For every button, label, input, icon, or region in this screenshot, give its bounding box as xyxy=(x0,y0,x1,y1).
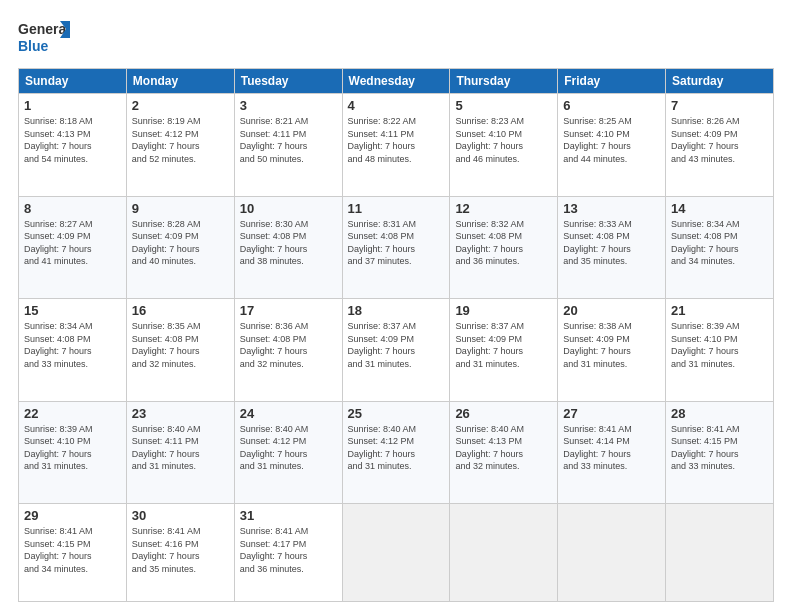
calendar-cell: 1Sunrise: 8:18 AM Sunset: 4:13 PM Daylig… xyxy=(19,94,127,197)
calendar-cell: 27Sunrise: 8:41 AM Sunset: 4:14 PM Dayli… xyxy=(558,401,666,504)
calendar-cell: 31Sunrise: 8:41 AM Sunset: 4:17 PM Dayli… xyxy=(234,504,342,602)
day-number: 16 xyxy=(132,303,229,318)
day-info: Sunrise: 8:28 AM Sunset: 4:09 PM Dayligh… xyxy=(132,218,229,268)
day-info: Sunrise: 8:41 AM Sunset: 4:15 PM Dayligh… xyxy=(671,423,768,473)
calendar-cell: 16Sunrise: 8:35 AM Sunset: 4:08 PM Dayli… xyxy=(126,299,234,402)
day-info: Sunrise: 8:41 AM Sunset: 4:14 PM Dayligh… xyxy=(563,423,660,473)
calendar-cell xyxy=(666,504,774,602)
day-info: Sunrise: 8:40 AM Sunset: 4:12 PM Dayligh… xyxy=(348,423,445,473)
logo: GeneralBlue xyxy=(18,18,73,58)
calendar-cell: 25Sunrise: 8:40 AM Sunset: 4:12 PM Dayli… xyxy=(342,401,450,504)
calendar-cell: 30Sunrise: 8:41 AM Sunset: 4:16 PM Dayli… xyxy=(126,504,234,602)
day-info: Sunrise: 8:35 AM Sunset: 4:08 PM Dayligh… xyxy=(132,320,229,370)
day-number: 26 xyxy=(455,406,552,421)
calendar-cell: 14Sunrise: 8:34 AM Sunset: 4:08 PM Dayli… xyxy=(666,196,774,299)
day-header-monday: Monday xyxy=(126,69,234,94)
day-number: 31 xyxy=(240,508,337,523)
calendar-table: SundayMondayTuesdayWednesdayThursdayFrid… xyxy=(18,68,774,602)
day-info: Sunrise: 8:38 AM Sunset: 4:09 PM Dayligh… xyxy=(563,320,660,370)
day-number: 25 xyxy=(348,406,445,421)
day-info: Sunrise: 8:34 AM Sunset: 4:08 PM Dayligh… xyxy=(24,320,121,370)
calendar-cell: 5Sunrise: 8:23 AM Sunset: 4:10 PM Daylig… xyxy=(450,94,558,197)
page: GeneralBlue SundayMondayTuesdayWednesday… xyxy=(0,0,792,612)
calendar-cell: 21Sunrise: 8:39 AM Sunset: 4:10 PM Dayli… xyxy=(666,299,774,402)
calendar-cell: 26Sunrise: 8:40 AM Sunset: 4:13 PM Dayli… xyxy=(450,401,558,504)
day-number: 17 xyxy=(240,303,337,318)
day-header-friday: Friday xyxy=(558,69,666,94)
calendar-row-2: 8Sunrise: 8:27 AM Sunset: 4:09 PM Daylig… xyxy=(19,196,774,299)
day-number: 19 xyxy=(455,303,552,318)
day-info: Sunrise: 8:22 AM Sunset: 4:11 PM Dayligh… xyxy=(348,115,445,165)
day-number: 5 xyxy=(455,98,552,113)
day-header-saturday: Saturday xyxy=(666,69,774,94)
day-info: Sunrise: 8:32 AM Sunset: 4:08 PM Dayligh… xyxy=(455,218,552,268)
day-info: Sunrise: 8:40 AM Sunset: 4:12 PM Dayligh… xyxy=(240,423,337,473)
calendar-header-row: SundayMondayTuesdayWednesdayThursdayFrid… xyxy=(19,69,774,94)
day-number: 7 xyxy=(671,98,768,113)
day-number: 6 xyxy=(563,98,660,113)
day-number: 1 xyxy=(24,98,121,113)
day-number: 8 xyxy=(24,201,121,216)
calendar-cell: 20Sunrise: 8:38 AM Sunset: 4:09 PM Dayli… xyxy=(558,299,666,402)
calendar-row-4: 22Sunrise: 8:39 AM Sunset: 4:10 PM Dayli… xyxy=(19,401,774,504)
day-number: 18 xyxy=(348,303,445,318)
day-number: 13 xyxy=(563,201,660,216)
calendar-cell: 22Sunrise: 8:39 AM Sunset: 4:10 PM Dayli… xyxy=(19,401,127,504)
calendar-row-5: 29Sunrise: 8:41 AM Sunset: 4:15 PM Dayli… xyxy=(19,504,774,602)
day-info: Sunrise: 8:30 AM Sunset: 4:08 PM Dayligh… xyxy=(240,218,337,268)
calendar-cell: 4Sunrise: 8:22 AM Sunset: 4:11 PM Daylig… xyxy=(342,94,450,197)
calendar-cell: 2Sunrise: 8:19 AM Sunset: 4:12 PM Daylig… xyxy=(126,94,234,197)
calendar-cell: 24Sunrise: 8:40 AM Sunset: 4:12 PM Dayli… xyxy=(234,401,342,504)
day-info: Sunrise: 8:36 AM Sunset: 4:08 PM Dayligh… xyxy=(240,320,337,370)
day-number: 27 xyxy=(563,406,660,421)
calendar-cell: 7Sunrise: 8:26 AM Sunset: 4:09 PM Daylig… xyxy=(666,94,774,197)
calendar-cell: 23Sunrise: 8:40 AM Sunset: 4:11 PM Dayli… xyxy=(126,401,234,504)
calendar-cell: 6Sunrise: 8:25 AM Sunset: 4:10 PM Daylig… xyxy=(558,94,666,197)
svg-text:Blue: Blue xyxy=(18,38,49,54)
day-number: 15 xyxy=(24,303,121,318)
calendar-cell: 18Sunrise: 8:37 AM Sunset: 4:09 PM Dayli… xyxy=(342,299,450,402)
day-info: Sunrise: 8:31 AM Sunset: 4:08 PM Dayligh… xyxy=(348,218,445,268)
day-number: 2 xyxy=(132,98,229,113)
calendar-cell: 15Sunrise: 8:34 AM Sunset: 4:08 PM Dayli… xyxy=(19,299,127,402)
day-number: 22 xyxy=(24,406,121,421)
day-info: Sunrise: 8:41 AM Sunset: 4:16 PM Dayligh… xyxy=(132,525,229,575)
day-info: Sunrise: 8:37 AM Sunset: 4:09 PM Dayligh… xyxy=(455,320,552,370)
day-info: Sunrise: 8:37 AM Sunset: 4:09 PM Dayligh… xyxy=(348,320,445,370)
calendar-cell: 9Sunrise: 8:28 AM Sunset: 4:09 PM Daylig… xyxy=(126,196,234,299)
day-info: Sunrise: 8:18 AM Sunset: 4:13 PM Dayligh… xyxy=(24,115,121,165)
day-number: 29 xyxy=(24,508,121,523)
header: GeneralBlue xyxy=(18,18,774,58)
day-header-tuesday: Tuesday xyxy=(234,69,342,94)
day-number: 24 xyxy=(240,406,337,421)
day-number: 3 xyxy=(240,98,337,113)
calendar-cell: 13Sunrise: 8:33 AM Sunset: 4:08 PM Dayli… xyxy=(558,196,666,299)
day-number: 11 xyxy=(348,201,445,216)
calendar-cell: 10Sunrise: 8:30 AM Sunset: 4:08 PM Dayli… xyxy=(234,196,342,299)
day-info: Sunrise: 8:23 AM Sunset: 4:10 PM Dayligh… xyxy=(455,115,552,165)
day-info: Sunrise: 8:39 AM Sunset: 4:10 PM Dayligh… xyxy=(671,320,768,370)
calendar-cell: 3Sunrise: 8:21 AM Sunset: 4:11 PM Daylig… xyxy=(234,94,342,197)
day-info: Sunrise: 8:25 AM Sunset: 4:10 PM Dayligh… xyxy=(563,115,660,165)
logo-svg: GeneralBlue xyxy=(18,18,73,58)
day-header-thursday: Thursday xyxy=(450,69,558,94)
day-info: Sunrise: 8:41 AM Sunset: 4:17 PM Dayligh… xyxy=(240,525,337,575)
day-number: 23 xyxy=(132,406,229,421)
calendar-cell: 8Sunrise: 8:27 AM Sunset: 4:09 PM Daylig… xyxy=(19,196,127,299)
day-number: 14 xyxy=(671,201,768,216)
day-info: Sunrise: 8:34 AM Sunset: 4:08 PM Dayligh… xyxy=(671,218,768,268)
calendar-cell: 12Sunrise: 8:32 AM Sunset: 4:08 PM Dayli… xyxy=(450,196,558,299)
day-info: Sunrise: 8:26 AM Sunset: 4:09 PM Dayligh… xyxy=(671,115,768,165)
day-number: 12 xyxy=(455,201,552,216)
day-header-sunday: Sunday xyxy=(19,69,127,94)
calendar-cell xyxy=(450,504,558,602)
day-info: Sunrise: 8:41 AM Sunset: 4:15 PM Dayligh… xyxy=(24,525,121,575)
day-info: Sunrise: 8:19 AM Sunset: 4:12 PM Dayligh… xyxy=(132,115,229,165)
calendar-cell xyxy=(342,504,450,602)
day-info: Sunrise: 8:21 AM Sunset: 4:11 PM Dayligh… xyxy=(240,115,337,165)
calendar-cell: 11Sunrise: 8:31 AM Sunset: 4:08 PM Dayli… xyxy=(342,196,450,299)
day-number: 10 xyxy=(240,201,337,216)
day-number: 20 xyxy=(563,303,660,318)
calendar-cell: 29Sunrise: 8:41 AM Sunset: 4:15 PM Dayli… xyxy=(19,504,127,602)
day-info: Sunrise: 8:40 AM Sunset: 4:11 PM Dayligh… xyxy=(132,423,229,473)
